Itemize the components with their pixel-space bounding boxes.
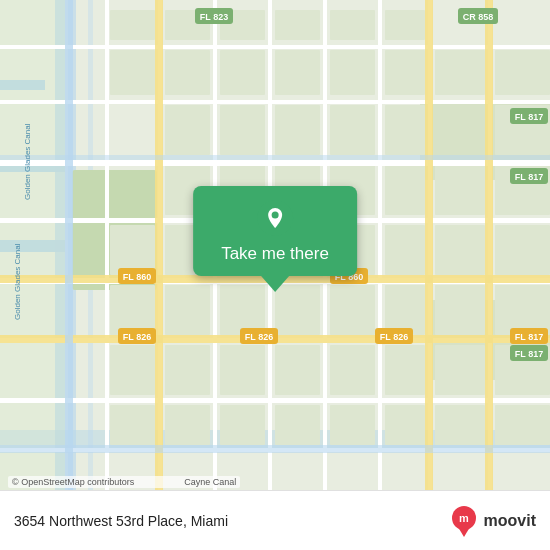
- svg-text:CR 858: CR 858: [463, 12, 494, 22]
- map-copyright: © OpenStreetMap contributors Cayne Canal: [8, 476, 240, 488]
- svg-rect-21: [275, 50, 320, 95]
- svg-rect-94: [0, 445, 550, 453]
- moovit-logo: m moovit: [448, 505, 536, 537]
- svg-rect-9: [0, 0, 65, 490]
- map-container: CR 858 FL 823 FL 817 FL 817 FL 817 FL 86…: [0, 0, 550, 490]
- svg-rect-77: [0, 398, 550, 403]
- svg-rect-73: [0, 160, 550, 166]
- svg-text:m: m: [459, 512, 469, 524]
- svg-rect-90: [425, 0, 433, 490]
- svg-rect-55: [110, 345, 155, 395]
- svg-rect-22: [330, 50, 375, 95]
- svg-rect-23: [385, 50, 425, 95]
- svg-rect-52: [385, 285, 425, 335]
- svg-rect-70: [495, 405, 550, 445]
- svg-rect-61: [435, 345, 485, 395]
- svg-rect-92: [65, 0, 73, 490]
- svg-rect-89: [155, 0, 163, 490]
- svg-point-120: [271, 212, 278, 219]
- tooltip-label-text: Take me there: [221, 244, 329, 264]
- svg-rect-65: [220, 405, 265, 445]
- svg-text:FL 823: FL 823: [200, 12, 228, 22]
- svg-rect-59: [330, 345, 375, 395]
- svg-text:Golden Glades Canal: Golden Glades Canal: [23, 123, 32, 200]
- svg-text:FL 817: FL 817: [515, 332, 543, 342]
- svg-rect-15: [275, 10, 320, 40]
- svg-rect-45: [435, 225, 485, 275]
- canal-label: Cayne Canal: [184, 477, 236, 487]
- svg-rect-50: [275, 285, 320, 335]
- svg-rect-46: [495, 225, 550, 275]
- moovit-text: moovit: [484, 512, 536, 530]
- svg-rect-72: [0, 100, 550, 104]
- navigation-tooltip: Take me there: [193, 186, 357, 292]
- svg-rect-28: [275, 105, 320, 155]
- svg-rect-69: [435, 405, 485, 445]
- svg-rect-51: [330, 285, 375, 335]
- svg-text:FL 826: FL 826: [245, 332, 273, 342]
- svg-rect-30: [385, 105, 425, 155]
- svg-text:FL 817: FL 817: [515, 172, 543, 182]
- svg-rect-27: [220, 105, 265, 155]
- bottom-bar: 3654 Northwest 53rd Place, Miami m moovi…: [0, 490, 550, 550]
- svg-rect-44: [385, 225, 425, 275]
- svg-rect-49: [220, 285, 265, 335]
- svg-text:FL 860: FL 860: [123, 272, 151, 282]
- svg-rect-39: [110, 225, 155, 275]
- svg-rect-91: [485, 0, 493, 490]
- svg-rect-12: [110, 10, 155, 40]
- svg-rect-68: [385, 405, 425, 445]
- svg-rect-53: [435, 285, 485, 335]
- svg-rect-17: [385, 10, 425, 40]
- svg-rect-79: [105, 0, 109, 490]
- svg-rect-54: [495, 285, 550, 335]
- svg-text:FL 817: FL 817: [515, 112, 543, 122]
- moovit-logo-icon: m: [448, 505, 480, 537]
- svg-text:FL 817: FL 817: [515, 349, 543, 359]
- svg-text:Golden Glades Canal: Golden Glades Canal: [13, 243, 22, 320]
- svg-rect-29: [330, 105, 375, 155]
- svg-rect-71: [0, 45, 550, 49]
- svg-rect-36: [385, 165, 425, 215]
- svg-rect-57: [220, 345, 265, 395]
- take-me-there-button[interactable]: Take me there: [193, 186, 357, 276]
- svg-rect-26: [165, 105, 210, 155]
- svg-rect-93: [0, 155, 550, 160]
- svg-rect-84: [378, 0, 382, 490]
- location-pin-icon: [257, 200, 293, 236]
- svg-rect-24: [435, 50, 485, 95]
- svg-rect-66: [275, 405, 320, 445]
- svg-rect-67: [330, 405, 375, 445]
- svg-rect-64: [165, 405, 210, 445]
- svg-rect-56: [165, 345, 210, 395]
- svg-text:FL 826: FL 826: [380, 332, 408, 342]
- svg-rect-16: [330, 10, 375, 40]
- svg-text:FL 826: FL 826: [123, 332, 151, 342]
- svg-rect-47: [110, 285, 155, 335]
- svg-rect-37: [435, 165, 485, 215]
- svg-rect-19: [165, 50, 210, 95]
- svg-rect-58: [275, 345, 320, 395]
- tooltip-arrow: [261, 276, 289, 292]
- address-text: 3654 Northwest 53rd Place, Miami: [14, 513, 448, 529]
- svg-rect-63: [110, 405, 155, 445]
- svg-rect-60: [385, 345, 425, 395]
- svg-rect-20: [220, 50, 265, 95]
- svg-rect-18: [110, 50, 155, 95]
- svg-rect-25: [495, 50, 550, 95]
- svg-rect-48: [165, 285, 210, 335]
